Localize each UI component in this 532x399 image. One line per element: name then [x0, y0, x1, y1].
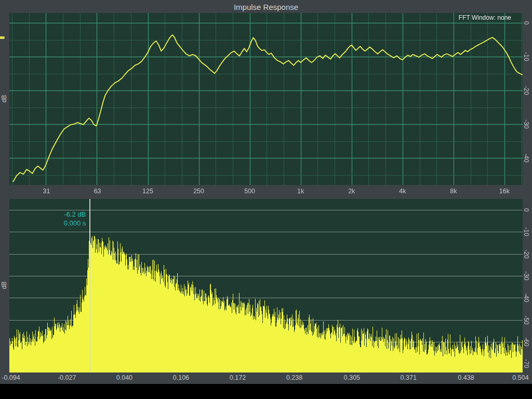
db-tick-label: -70 [523, 359, 530, 368]
freq-tick-label: 31 [43, 188, 50, 195]
time-tick-label: 0.371 [401, 374, 417, 381]
db-axis-label-bottom: dB [1, 282, 8, 289]
db-tick-label: -50 [523, 315, 530, 324]
app-screen: Impulse Response FFT Window: none dB dB … [0, 0, 532, 399]
time-tick-label: 0.504 [512, 374, 528, 381]
time-tick-label: -0.094 [2, 374, 20, 381]
freq-tick-label: 8k [450, 188, 457, 195]
time-cursor[interactable] [89, 199, 90, 373]
freq-tick-label: 500 [244, 188, 255, 195]
time-tick-label: 0.172 [230, 374, 246, 381]
freq-tick-label: 4k [399, 188, 406, 195]
fft-window-label: FFT Window: none [459, 14, 511, 21]
db-tick-label: 0 [523, 208, 530, 212]
time-tick-label: -0.027 [58, 374, 76, 381]
db-tick-label: 0 [523, 21, 530, 25]
cursor-db-readout: -6.2 dB [32, 210, 86, 219]
db-tick-label: -20 [523, 86, 530, 95]
freq-tick-label: 125 [142, 188, 153, 195]
time-tick-label: 0.305 [344, 374, 360, 381]
db-tick-label: -10 [523, 52, 530, 61]
db-tick-label: -60 [523, 337, 530, 346]
db-tick-label: -30 [523, 271, 530, 280]
cursor-time-readout: 0.000 s [32, 219, 86, 228]
level-marker-icon [0, 36, 5, 39]
freq-tick-label: 63 [94, 188, 101, 195]
db-tick-label: -40 [523, 153, 530, 162]
freq-tick-label: 1k [297, 188, 304, 195]
impulse-envelope-plot[interactable] [9, 199, 523, 373]
freq-tick-label: 2k [348, 188, 355, 195]
cursor-readout: -6.2 dB 0.000 s [32, 210, 86, 228]
db-tick-label: -20 [523, 249, 530, 258]
db-tick-label: -40 [523, 294, 530, 302]
bottom-bar [0, 384, 532, 399]
page-title: Impulse Response [0, 3, 532, 11]
time-tick-label: 0.238 [286, 374, 302, 381]
freq-tick-label: 250 [193, 188, 204, 195]
time-tick-label: 0.438 [458, 374, 474, 381]
db-tick-label: -30 [523, 120, 530, 129]
frequency-response-plot[interactable] [9, 13, 523, 185]
time-tick-label: 0.106 [173, 374, 189, 381]
freq-tick-label: 16k [499, 188, 510, 195]
time-tick-label: 0.040 [116, 374, 132, 381]
db-tick-label: -10 [523, 228, 530, 236]
db-axis-label-top: dB [1, 95, 8, 103]
